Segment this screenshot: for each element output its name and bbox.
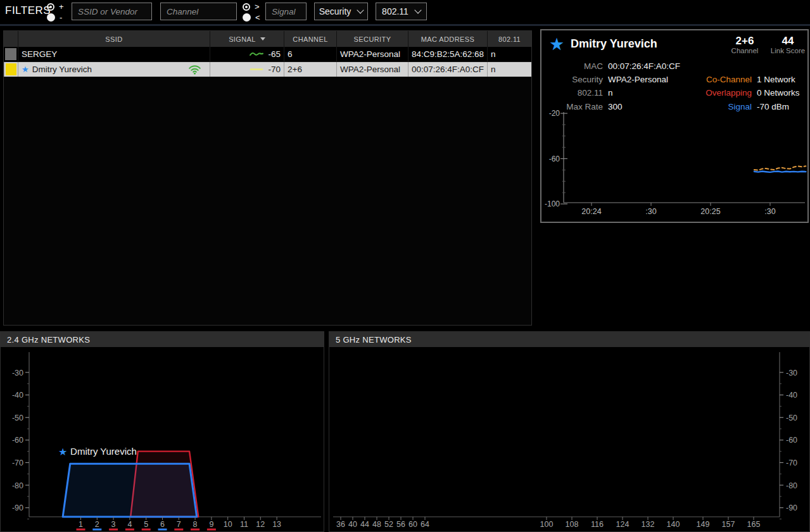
svg-text:5: 5 — [144, 520, 148, 529]
detail-field-cochannel: Co-Channel 1 Network — [646, 73, 795, 86]
svg-text:-50: -50 — [12, 414, 23, 422]
radio-selected-icon[interactable] — [243, 3, 250, 11]
exclude-symbol: - — [60, 14, 62, 22]
detail-channel-block: 2+6 Channel — [724, 35, 766, 55]
svg-text:11: 11 — [240, 520, 248, 529]
header-80211[interactable]: 802.11 — [487, 31, 531, 47]
header-ssid[interactable]: SSID — [18, 31, 210, 47]
svg-text:52: 52 — [384, 520, 393, 529]
detail-field-80211: 802.11 n — [541, 86, 613, 99]
signal-sparkline-icon — [250, 51, 263, 57]
less-symbol: < — [255, 14, 260, 22]
svg-text:116: 116 — [591, 520, 604, 529]
table-header-row: SSID SIGNAL CHANNEL SECURITY MAC ADDRESS… — [4, 31, 531, 47]
svg-text:4: 4 — [127, 520, 132, 529]
svg-text:108: 108 — [566, 520, 579, 529]
svg-text:9: 9 — [209, 520, 213, 529]
protocol-dropdown-label: 802.11 — [382, 6, 408, 16]
detail-field-signal: Signal -70 dBm — [646, 100, 789, 113]
network-shape-dmitry-yurevich[interactable] — [63, 464, 197, 517]
svg-text:-70: -70 — [786, 459, 797, 467]
radio-unselected-icon[interactable] — [243, 13, 251, 22]
ssid-text: SERGEY — [22, 49, 57, 59]
cell-mac: 00:07:26:4F:A0:CF — [408, 62, 487, 77]
svg-text:-70: -70 — [12, 459, 23, 467]
svg-text:-90: -90 — [12, 504, 23, 512]
favorite-star-icon: ★ — [58, 446, 67, 457]
wifi-analyzer-window: FILTERS + - > < Security — [0, 0, 810, 532]
svg-text:56: 56 — [396, 520, 405, 529]
detail-channel-label: Channel — [724, 47, 766, 55]
cell-ssid: ★Dmitry Yurevich — [18, 62, 210, 77]
svg-text:2: 2 — [95, 520, 99, 529]
svg-text:20:25: 20:25 — [700, 207, 720, 216]
svg-text:-30: -30 — [12, 369, 23, 377]
panel-2-4ghz-title: 2.4 GHz NETWORKS — [1, 332, 324, 347]
cell-signal: -65 — [210, 47, 284, 61]
svg-text:-80: -80 — [786, 481, 797, 490]
signal-sparkline-icon — [250, 66, 263, 72]
detail-linkscore-label: Link Score — [767, 47, 809, 55]
panel-5ghz-title: 5 GHz NETWORKS — [329, 332, 809, 347]
radio-selected-icon[interactable] — [47, 3, 54, 11]
include-symbol: + — [59, 3, 64, 11]
svg-text:149: 149 — [697, 520, 710, 529]
cell-channel: 2+6 — [284, 62, 336, 77]
svg-text:165: 165 — [747, 520, 761, 529]
favorite-star-icon[interactable]: ★ — [22, 65, 29, 74]
table-row[interactable]: SERGEY-656WPA2-Personal84:C9:B2:5A:62:68… — [4, 47, 531, 62]
signal-filter-input[interactable] — [265, 3, 307, 20]
cell-security: WPA2-Personal — [336, 47, 408, 61]
detail-linkscore-block: 44 Link Score — [767, 35, 809, 55]
svg-text:6: 6 — [160, 520, 165, 529]
header-channel[interactable]: CHANNEL — [284, 31, 336, 47]
favorite-star-icon[interactable]: ★ — [549, 34, 564, 54]
svg-text:-30: -30 — [786, 369, 797, 377]
cell-signal: -70 — [210, 62, 284, 77]
svg-text:48: 48 — [372, 520, 381, 529]
svg-text:8: 8 — [193, 520, 198, 529]
greater-symbol: > — [255, 3, 260, 11]
filter-exclude-radio[interactable]: - — [47, 12, 72, 23]
detail-channel-value: 2+6 — [724, 35, 766, 47]
header-colortab-column — [4, 31, 18, 47]
detail-network-title: Dmitry Yurevich — [571, 37, 657, 51]
header-security[interactable]: SECURITY — [336, 31, 408, 47]
panel-2-4ghz: 2.4 GHz NETWORKS -30-40-50-60-70-80-90★D… — [0, 331, 324, 532]
radio-unselected-icon[interactable] — [47, 13, 55, 22]
filter-include-radio[interactable]: + — [47, 1, 72, 12]
svg-text:132: 132 — [642, 520, 655, 529]
svg-text:3: 3 — [111, 520, 116, 529]
detail-linkscore-value: 44 — [767, 35, 809, 47]
svg-text:-80: -80 — [12, 481, 23, 490]
ssid-filter-input[interactable] — [72, 3, 152, 20]
include-exclude-radio-group: + - — [47, 1, 72, 23]
security-filter-dropdown[interactable]: Security — [314, 3, 368, 20]
header-signal[interactable]: SIGNAL — [210, 31, 284, 47]
table-row[interactable]: ★Dmitry Yurevich-702+6WPA2-Personal00:07… — [4, 62, 531, 77]
ssid-text: Dmitry Yurevich — [32, 65, 92, 74]
chevron-down-icon — [357, 6, 364, 13]
signal-greater-radio[interactable]: > — [243, 1, 268, 12]
panel-5ghz: 5 GHz NETWORKS -30-40-50-60-70-80-903640… — [329, 331, 810, 532]
channel-filter-input[interactable] — [160, 3, 237, 20]
network-detail-panel: -20-60-10020:24:3020:25:30 ★ Dmitry Yure… — [540, 29, 809, 223]
svg-text:157: 157 — [722, 520, 735, 529]
signal-value: -70 — [268, 65, 281, 74]
detail-field-mac: MAC 00:07:26:4F:A0:CF — [541, 60, 680, 73]
header-mac-address[interactable]: MAC ADDRESS — [408, 31, 487, 47]
cell-channel: 6 — [284, 47, 336, 61]
filters-label: FILTERS — [5, 4, 51, 17]
spectrum-2-4ghz-chart: -30-40-50-60-70-80-90★Dmitry Yurevich123… — [1, 347, 324, 531]
cell-mac: 84:C9:B2:5A:62:68 — [408, 47, 487, 61]
svg-text:-100: -100 — [545, 200, 560, 208]
row-color-tab — [4, 62, 18, 77]
svg-text:7: 7 — [177, 520, 181, 529]
network-label: Dmitry Yurevich — [70, 446, 137, 457]
svg-text:10: 10 — [224, 520, 232, 529]
svg-text:-40: -40 — [12, 391, 23, 400]
row-color-tab — [4, 47, 18, 61]
protocol-filter-dropdown[interactable]: 802.11 — [376, 3, 427, 20]
spectrum-5ghz-chart: -30-40-50-60-70-80-903640444852566064100… — [329, 347, 809, 531]
signal-less-radio[interactable]: < — [243, 12, 268, 23]
